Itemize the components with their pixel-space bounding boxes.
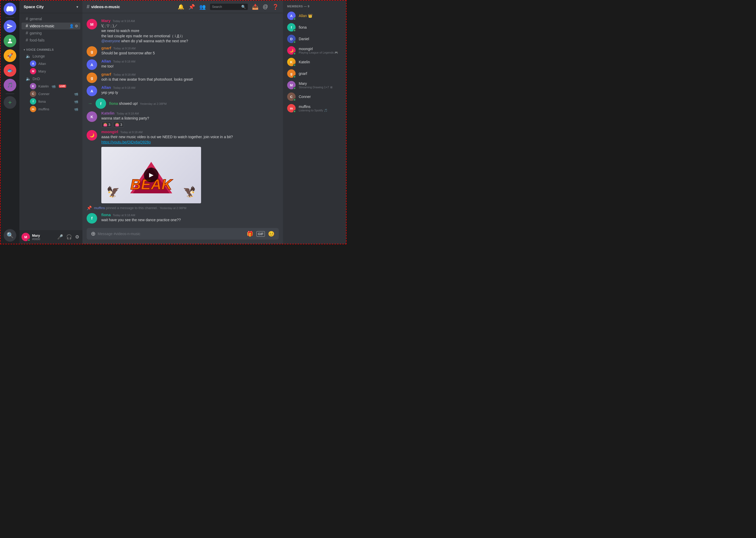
- user-settings-button[interactable]: ⚙: [74, 233, 80, 241]
- list-item[interactable]: 🌙 moongirl Playing League of Legends 🎮: [285, 45, 344, 56]
- list-item[interactable]: g gnarf: [285, 68, 344, 79]
- server-name: Space City: [24, 4, 44, 9]
- system-timestamp: Yesterday at 2:38PM: [160, 206, 186, 210]
- channel-gaming[interactable]: # gaming: [22, 30, 80, 36]
- help-icon[interactable]: ❓: [272, 4, 279, 10]
- gif-button[interactable]: GIF: [257, 231, 265, 237]
- server-icon-1[interactable]: [4, 20, 16, 32]
- server-icon-4[interactable]: 🐟: [4, 64, 16, 77]
- video-icon-katelin: 📹: [51, 84, 56, 88]
- system-message-pin: 📌 muffins pinned a message to this chann…: [82, 204, 283, 211]
- channel-videos-n-music[interactable]: # videos-n-music 👤 ⚙: [22, 23, 80, 29]
- list-item[interactable]: f fiona: [285, 22, 344, 33]
- member-info-allan: Allan 👑: [299, 14, 342, 18]
- search-input[interactable]: [212, 5, 240, 9]
- voice-user-katelin[interactable]: K Katelin 📹 LIVE: [22, 82, 80, 90]
- search-icon: 🔍: [241, 5, 246, 9]
- avatar-katelin: K: [87, 111, 97, 122]
- voice-dnd[interactable]: 🔈 DnD: [22, 75, 80, 82]
- discord-home-icon[interactable]: [4, 3, 16, 15]
- message-username: gnarf: [101, 46, 111, 50]
- member-info-fiona: fiona: [299, 25, 342, 29]
- message-header: moongirl Today at 9:18 AM: [101, 130, 279, 134]
- member-status-daniel: [293, 41, 296, 43]
- reaction-2[interactable]: 👛 3: [113, 122, 124, 128]
- emoji-button[interactable]: 😊: [268, 231, 275, 237]
- video-icon-muffins: 📹: [74, 107, 78, 111]
- search-bar[interactable]: 🔍: [210, 4, 248, 10]
- voice-user-conner[interactable]: C Conner 📹: [22, 90, 80, 97]
- message-username: Allan: [101, 85, 111, 89]
- list-item[interactable]: C Conner: [285, 91, 344, 102]
- explore-servers-icon[interactable]: 🔍: [4, 229, 16, 242]
- system-user-muffins[interactable]: muffins: [94, 206, 105, 210]
- gift-button[interactable]: 🎁: [247, 231, 253, 237]
- bird-silhouette-right: 🦅: [183, 186, 196, 198]
- video-icon-conner: 📹: [74, 92, 78, 96]
- members-icon[interactable]: 👥: [199, 4, 206, 10]
- deafen-button[interactable]: 🎧: [65, 233, 73, 241]
- invite-icon[interactable]: 👤: [69, 24, 74, 28]
- message-username: Allan: [101, 59, 111, 63]
- channel-hash-icon: #: [87, 4, 89, 10]
- member-status-moongirl: [293, 52, 296, 55]
- list-item[interactable]: m muffins Listening to Spotify 🎵: [285, 102, 344, 114]
- message-content: Mary Today at 9:18 AM \( ; ▽ ; )／ we nee…: [101, 19, 279, 44]
- voice-lounge[interactable]: 🔈 Lounge: [22, 53, 80, 60]
- table-row: f fiona Today at 9:18 AM wait have you s…: [82, 211, 283, 225]
- message-content: Allan Today at 9:18 AM me too!: [101, 59, 279, 70]
- list-item[interactable]: K Katelin: [285, 56, 344, 68]
- server-header[interactable]: Space City ▾: [20, 1, 82, 13]
- message-content: moongirl Today at 9:18 AM aaaa their new…: [101, 130, 279, 203]
- voice-user-muffins-avatar: m: [30, 106, 36, 112]
- message-content: fiona Today at 9:18 AM wait have you see…: [101, 213, 279, 224]
- member-name-mary: Mary: [299, 81, 342, 86]
- speaker-icon-dnd: 🔈: [26, 76, 31, 81]
- member-status-muffins: [293, 110, 296, 113]
- mute-microphone-button[interactable]: 🎤: [56, 233, 64, 241]
- server-icon-2[interactable]: [4, 35, 16, 47]
- message-input[interactable]: [98, 232, 245, 236]
- reaction-1[interactable]: 👛 3: [101, 122, 112, 128]
- table-row: 🌙 moongirl Today at 9:18 AM aaaa their n…: [82, 129, 283, 204]
- list-item[interactable]: M Mary Streaming Drawing 1×7 🖥: [285, 79, 344, 91]
- server-icon-5[interactable]: 🎵: [4, 79, 16, 91]
- member-avatar-mary: M: [287, 81, 296, 89]
- bell-icon[interactable]: 🔔: [178, 4, 184, 10]
- list-item[interactable]: D Daniel: [285, 33, 344, 45]
- voice-user-fiona[interactable]: f fiona 📹: [22, 98, 80, 105]
- table-row: g gnarf Today at 9:18 AM Should be good …: [82, 45, 283, 58]
- message-timestamp: Today at 9:18 AM: [120, 131, 143, 134]
- table-row: K Katelin Today at 9:18 AM wanna start a…: [82, 110, 283, 129]
- icon-bar-separator-2: [6, 93, 14, 94]
- channel-food-fails[interactable]: # food-fails: [22, 37, 80, 44]
- member-status-gnarf: [293, 76, 296, 78]
- table-row: A Allan Today at 9:18 AM yep yep ty: [82, 84, 283, 97]
- bird-silhouette-left: 🦅: [107, 186, 120, 198]
- svg-point-0: [9, 39, 11, 41]
- video-embed[interactable]: 🦅 🦅 BEAK ▶: [101, 147, 201, 203]
- video-link[interactable]: https://youtu.be/OiDx6aQ928o: [101, 140, 151, 144]
- voice-user-muffins[interactable]: m muffins 📹: [22, 105, 80, 113]
- messages-list: M Mary Today at 9:18 AM \( ; ▽ ; )／ we n…: [82, 13, 283, 228]
- server-icon-3[interactable]: 🚀: [4, 49, 16, 62]
- message-input-area: ⊕ 🎁 GIF 😊: [82, 228, 283, 244]
- add-attachment-button[interactable]: ⊕: [91, 230, 96, 237]
- play-button[interactable]: ▶: [144, 168, 159, 182]
- member-info-katelin: Katelin: [299, 60, 342, 64]
- table-row: M Mary Today at 9:18 AM \( ; ▽ ; )／ we n…: [82, 17, 283, 45]
- mention-everyone[interactable]: @everyone: [101, 39, 120, 43]
- voice-user-mary[interactable]: M Mary: [22, 68, 80, 75]
- pin-icon[interactable]: 📌: [188, 4, 195, 10]
- inbox-icon[interactable]: 📥: [252, 4, 259, 10]
- member-name-moongirl: moongirl: [299, 47, 342, 51]
- add-server-button[interactable]: +: [4, 96, 16, 109]
- message-timestamp: Today at 9:18 AM: [117, 112, 139, 115]
- mention-icon[interactable]: @: [263, 4, 268, 10]
- hash-icon-food: #: [26, 38, 28, 42]
- voice-user-allan[interactable]: A Allan: [22, 60, 80, 67]
- settings-icon[interactable]: ⚙: [75, 24, 78, 28]
- voice-channels-header[interactable]: ▾ VOICE CHANNELS: [20, 44, 82, 52]
- list-item[interactable]: A Allan 👑: [285, 10, 344, 22]
- channel-general[interactable]: # general: [22, 16, 80, 22]
